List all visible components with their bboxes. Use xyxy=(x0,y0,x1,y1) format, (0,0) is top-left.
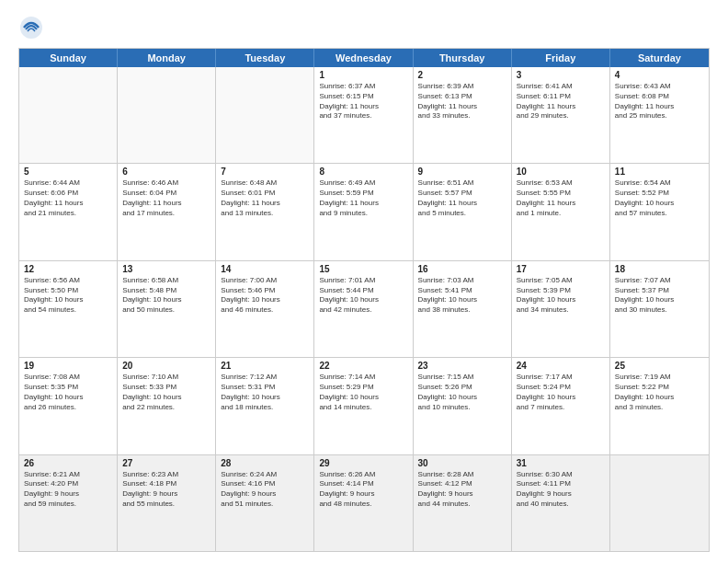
day-number: 5 xyxy=(24,167,112,177)
page: SundayMondayTuesdayWednesdayThursdayFrid… xyxy=(0,0,728,563)
day-number: 24 xyxy=(517,361,605,371)
header xyxy=(18,15,710,40)
header-cell-thursday: Thursday xyxy=(414,49,512,67)
header-cell-friday: Friday xyxy=(512,49,610,67)
calendar-cell: 11Sunrise: 6:54 AM Sunset: 5:52 PM Dayli… xyxy=(610,164,709,259)
cell-info: Sunrise: 7:07 AM Sunset: 5:37 PM Dayligh… xyxy=(615,276,704,316)
cell-info: Sunrise: 6:28 AM Sunset: 4:12 PM Dayligh… xyxy=(418,470,506,510)
calendar-cell: 2Sunrise: 6:39 AM Sunset: 6:13 PM Daylig… xyxy=(414,67,512,163)
cell-info: Sunrise: 6:48 AM Sunset: 6:01 PM Dayligh… xyxy=(221,178,309,218)
calendar-cell: 22Sunrise: 7:14 AM Sunset: 5:29 PM Dayli… xyxy=(314,358,413,454)
calendar-cell: 12Sunrise: 6:56 AM Sunset: 5:50 PM Dayli… xyxy=(19,261,118,357)
calendar-cell: 19Sunrise: 7:08 AM Sunset: 5:35 PM Dayli… xyxy=(19,358,118,454)
day-number: 4 xyxy=(615,70,704,80)
cell-info: Sunrise: 6:41 AM Sunset: 6:11 PM Dayligh… xyxy=(517,82,605,121)
day-number: 28 xyxy=(221,458,309,468)
day-number: 22 xyxy=(319,361,407,371)
cell-info: Sunrise: 6:37 AM Sunset: 6:15 PM Dayligh… xyxy=(319,82,407,121)
calendar-cell xyxy=(216,67,314,163)
calendar-cell: 20Sunrise: 7:10 AM Sunset: 5:33 PM Dayli… xyxy=(118,358,216,454)
calendar: SundayMondayTuesdayWednesdayThursdayFrid… xyxy=(18,48,710,552)
svg-point-0 xyxy=(20,17,42,39)
day-number: 10 xyxy=(517,167,605,177)
cell-info: Sunrise: 6:56 AM Sunset: 5:50 PM Dayligh… xyxy=(24,276,112,316)
day-number: 6 xyxy=(122,167,210,177)
calendar-cell: 23Sunrise: 7:15 AM Sunset: 5:26 PM Dayli… xyxy=(414,358,512,454)
calendar-cell: 14Sunrise: 7:00 AM Sunset: 5:46 PM Dayli… xyxy=(216,261,314,357)
cell-info: Sunrise: 6:53 AM Sunset: 5:55 PM Dayligh… xyxy=(517,178,605,218)
cell-info: Sunrise: 7:03 AM Sunset: 5:41 PM Dayligh… xyxy=(418,276,506,316)
day-number: 25 xyxy=(615,361,704,371)
cell-info: Sunrise: 6:30 AM Sunset: 4:11 PM Dayligh… xyxy=(517,470,605,510)
cell-info: Sunrise: 6:24 AM Sunset: 4:16 PM Dayligh… xyxy=(221,470,309,510)
calendar-header: SundayMondayTuesdayWednesdayThursdayFrid… xyxy=(19,49,709,67)
calendar-row-0: 1Sunrise: 6:37 AM Sunset: 6:15 PM Daylig… xyxy=(19,67,709,163)
cell-info: Sunrise: 6:46 AM Sunset: 6:04 PM Dayligh… xyxy=(122,178,210,218)
header-cell-monday: Monday xyxy=(118,49,216,67)
cell-info: Sunrise: 6:51 AM Sunset: 5:57 PM Dayligh… xyxy=(418,178,506,218)
calendar-cell: 24Sunrise: 7:17 AM Sunset: 5:24 PM Dayli… xyxy=(512,358,610,454)
calendar-cell: 18Sunrise: 7:07 AM Sunset: 5:37 PM Dayli… xyxy=(610,261,709,357)
cell-info: Sunrise: 7:01 AM Sunset: 5:44 PM Dayligh… xyxy=(319,276,407,316)
cell-info: Sunrise: 6:26 AM Sunset: 4:14 PM Dayligh… xyxy=(319,470,407,510)
day-number: 20 xyxy=(122,361,210,371)
header-cell-sunday: Sunday xyxy=(19,49,118,67)
cell-info: Sunrise: 7:17 AM Sunset: 5:24 PM Dayligh… xyxy=(517,373,605,412)
cell-info: Sunrise: 7:00 AM Sunset: 5:46 PM Dayligh… xyxy=(221,276,309,316)
calendar-cell: 5Sunrise: 6:44 AM Sunset: 6:06 PM Daylig… xyxy=(19,164,118,259)
calendar-cell: 4Sunrise: 6:43 AM Sunset: 6:08 PM Daylig… xyxy=(610,67,709,163)
calendar-cell: 26Sunrise: 6:21 AM Sunset: 4:20 PM Dayli… xyxy=(19,455,118,551)
day-number: 7 xyxy=(221,167,309,177)
cell-info: Sunrise: 7:12 AM Sunset: 5:31 PM Dayligh… xyxy=(221,373,309,412)
day-number: 30 xyxy=(418,458,506,468)
calendar-cell: 31Sunrise: 6:30 AM Sunset: 4:11 PM Dayli… xyxy=(512,455,610,551)
cell-info: Sunrise: 6:21 AM Sunset: 4:20 PM Dayligh… xyxy=(24,470,112,510)
calendar-cell xyxy=(118,67,216,163)
calendar-cell xyxy=(19,67,118,163)
calendar-cell: 28Sunrise: 6:24 AM Sunset: 4:16 PM Dayli… xyxy=(216,455,314,551)
day-number: 19 xyxy=(24,361,112,371)
cell-info: Sunrise: 6:39 AM Sunset: 6:13 PM Dayligh… xyxy=(418,82,506,121)
day-number: 29 xyxy=(319,458,407,468)
cell-info: Sunrise: 6:43 AM Sunset: 6:08 PM Dayligh… xyxy=(615,82,704,121)
day-number: 15 xyxy=(319,264,407,274)
cell-info: Sunrise: 7:10 AM Sunset: 5:33 PM Dayligh… xyxy=(122,373,210,412)
calendar-cell: 15Sunrise: 7:01 AM Sunset: 5:44 PM Dayli… xyxy=(314,261,413,357)
logo-icon xyxy=(18,15,44,40)
calendar-row-2: 12Sunrise: 6:56 AM Sunset: 5:50 PM Dayli… xyxy=(19,260,709,357)
calendar-cell: 21Sunrise: 7:12 AM Sunset: 5:31 PM Dayli… xyxy=(216,358,314,454)
calendar-cell: 10Sunrise: 6:53 AM Sunset: 5:55 PM Dayli… xyxy=(512,164,610,259)
cell-info: Sunrise: 6:44 AM Sunset: 6:06 PM Dayligh… xyxy=(24,178,112,218)
calendar-row-4: 26Sunrise: 6:21 AM Sunset: 4:20 PM Dayli… xyxy=(19,454,709,551)
day-number: 26 xyxy=(24,458,112,468)
day-number: 18 xyxy=(615,264,704,274)
day-number: 13 xyxy=(122,264,210,274)
day-number: 1 xyxy=(319,70,407,80)
header-cell-saturday: Saturday xyxy=(610,49,709,67)
calendar-cell: 13Sunrise: 6:58 AM Sunset: 5:48 PM Dayli… xyxy=(118,261,216,357)
day-number: 3 xyxy=(517,70,605,80)
day-number: 9 xyxy=(418,167,506,177)
cell-info: Sunrise: 7:14 AM Sunset: 5:29 PM Dayligh… xyxy=(319,373,407,412)
day-number: 8 xyxy=(319,167,407,177)
day-number: 31 xyxy=(517,458,605,468)
calendar-cell: 9Sunrise: 6:51 AM Sunset: 5:57 PM Daylig… xyxy=(414,164,512,259)
cell-info: Sunrise: 6:58 AM Sunset: 5:48 PM Dayligh… xyxy=(122,276,210,316)
calendar-row-1: 5Sunrise: 6:44 AM Sunset: 6:06 PM Daylig… xyxy=(19,163,709,259)
calendar-cell: 8Sunrise: 6:49 AM Sunset: 5:59 PM Daylig… xyxy=(314,164,413,259)
day-number: 12 xyxy=(24,264,112,274)
cell-info: Sunrise: 6:54 AM Sunset: 5:52 PM Dayligh… xyxy=(615,178,704,218)
calendar-cell: 27Sunrise: 6:23 AM Sunset: 4:18 PM Dayli… xyxy=(118,455,216,551)
calendar-cell: 25Sunrise: 7:19 AM Sunset: 5:22 PM Dayli… xyxy=(610,358,709,454)
day-number: 11 xyxy=(615,167,704,177)
day-number: 23 xyxy=(418,361,506,371)
cell-info: Sunrise: 6:23 AM Sunset: 4:18 PM Dayligh… xyxy=(122,470,210,510)
logo xyxy=(18,15,48,40)
day-number: 14 xyxy=(221,264,309,274)
calendar-row-3: 19Sunrise: 7:08 AM Sunset: 5:35 PM Dayli… xyxy=(19,357,709,454)
cell-info: Sunrise: 6:49 AM Sunset: 5:59 PM Dayligh… xyxy=(319,178,407,218)
header-cell-tuesday: Tuesday xyxy=(216,49,314,67)
calendar-cell: 29Sunrise: 6:26 AM Sunset: 4:14 PM Dayli… xyxy=(314,455,413,551)
day-number: 27 xyxy=(122,458,210,468)
calendar-cell: 1Sunrise: 6:37 AM Sunset: 6:15 PM Daylig… xyxy=(314,67,413,163)
